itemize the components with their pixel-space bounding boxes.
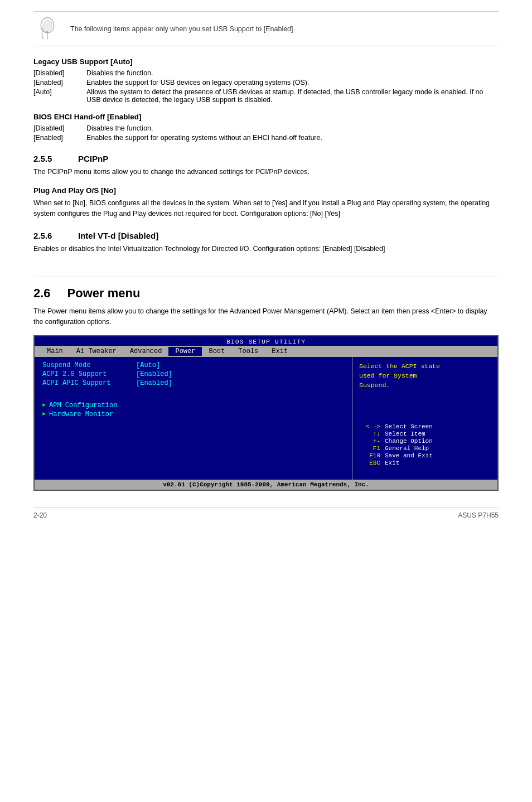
bios-key-plusminus: +-: [359, 438, 380, 445]
bios-left-panel: Suspend Mode [Auto] ACPI 2.0 Support [En…: [35, 357, 352, 480]
bios-submenu-apm-label: APM Configuration: [49, 402, 117, 409]
bios-key-general-help: General Help: [385, 445, 429, 452]
bios-value-acpi-apic: [Enabled]: [136, 379, 172, 387]
bios-key-esc: ESC: [359, 460, 380, 466]
bios-key-row: F10 Save and Exit: [359, 452, 491, 459]
section-255-title: PCIPnP: [78, 154, 108, 163]
term-auto-1: [Auto]: [33, 88, 86, 104]
bios-label-acpi-20: ACPI 2.0 Support: [42, 370, 132, 378]
arrow-icon: ►: [42, 402, 46, 408]
bios-submenu-apm[interactable]: ► APM Configuration: [42, 402, 344, 409]
bios-item-acpi-apic[interactable]: ACPI APIC Support [Enabled]: [42, 379, 344, 387]
note-box: The following items appear only when you…: [33, 11, 499, 46]
desc-disabled-1: Disables the function.: [86, 69, 499, 77]
bios-key-exit: Exit: [385, 460, 399, 466]
bios-footer: v02.61 (C)Copyright 1985-2009, American …: [35, 480, 497, 490]
divider: [33, 277, 499, 277]
section-255-desc: The PCIPnP menu items allow you to chang…: [33, 167, 499, 177]
section-26-title: Power menu: [67, 286, 141, 301]
bios-screen: BIOS SETUP UTILITY Main Ai Tweaker Advan…: [33, 335, 499, 491]
bios-menu-power[interactable]: Power: [168, 347, 202, 356]
bios-key-row: <--> Select Screen: [359, 423, 491, 430]
page-number: 2-20: [33, 511, 47, 519]
bios-value-acpi-20: [Enabled]: [136, 370, 172, 378]
bios-title-bar: BIOS SETUP UTILITY: [35, 336, 497, 346]
bios-item-acpi-20[interactable]: ACPI 2.0 Support [Enabled]: [42, 370, 344, 378]
section-26-num: 2.6: [33, 286, 51, 301]
list-item: [Disabled] Disables the function.: [33, 124, 499, 132]
bios-label-suspend-mode: Suspend Mode: [42, 361, 132, 369]
bios-help-text: Select the ACPI stateused for SystemSusp…: [359, 361, 491, 390]
bios-key-f10: F10: [359, 452, 380, 459]
bios-key-save-exit: Save and Exit: [385, 452, 433, 459]
bios-menu-tools[interactable]: Tools: [231, 347, 265, 356]
bios-menu-bar: Main Ai Tweaker Advanced Power Boot Tool…: [35, 346, 497, 357]
desc-enabled-1: Enables the support for USB devices on l…: [86, 79, 499, 86]
bios-body: Suspend Mode [Auto] ACPI 2.0 Support [En…: [35, 357, 497, 480]
bios-key-row: +- Change Option: [359, 438, 491, 445]
list-item: [Enabled] Enables the support for USB de…: [33, 79, 499, 86]
list-item: [Auto] Allows the system to detect the p…: [33, 88, 499, 104]
page-footer: 2-20 ASUS P7H55: [33, 508, 499, 519]
bios-item-suspend-mode[interactable]: Suspend Mode [Auto]: [42, 361, 344, 369]
bios-menu-advanced[interactable]: Advanced: [123, 347, 169, 356]
desc-auto-1: Allows the system to detect the presence…: [86, 88, 499, 104]
bios-key-row: F1 General Help: [359, 445, 491, 452]
bios-key-updown: ↑↓: [359, 431, 380, 437]
section-256-desc: Enables or disables the Intel Virtualiza…: [33, 244, 499, 254]
section-256-num: 2.5.6: [33, 231, 67, 240]
bios-ehci-title: BIOS EHCI Hand-off [Enabled]: [33, 113, 499, 121]
bios-key-select-item: Select Item: [385, 431, 425, 437]
bios-separator: [42, 390, 344, 398]
desc-disabled-2: Disables the function.: [86, 124, 499, 132]
bios-menu-boot[interactable]: Boot: [202, 347, 231, 356]
section-255-num: 2.5.5: [33, 154, 67, 163]
arrow-icon: ►: [42, 411, 46, 417]
bios-submenu-hardware-monitor[interactable]: ► Hardware Monitor: [42, 410, 344, 418]
section-255: 2.5.5 PCIPnP: [33, 154, 499, 163]
bios-key-row: ↑↓ Select Item: [359, 431, 491, 437]
plug-and-play-title: Plug And Play O/S [No]: [33, 186, 499, 195]
list-item: [Disabled] Disables the function.: [33, 69, 499, 77]
bios-key-change-option: Change Option: [385, 438, 433, 445]
list-item: [Enabled] Enables the support for operat…: [33, 134, 499, 142]
section-26-heading: 2.6 Power menu: [33, 286, 499, 301]
term-disabled-1: [Disabled]: [33, 69, 86, 77]
bios-submenu-hw-label: Hardware Monitor: [49, 410, 113, 418]
bios-label-acpi-apic: ACPI APIC Support: [42, 379, 132, 387]
product-name: ASUS P7H55: [458, 511, 499, 519]
section-26-desc: The Power menu items allow you to change…: [33, 306, 499, 327]
note-icon: [33, 16, 61, 41]
plug-and-play-desc: When set to [No], BIOS configures all th…: [33, 198, 499, 219]
desc-enabled-2: Enables the support for operating system…: [86, 134, 499, 142]
bios-right-panel: Select the ACPI stateused for SystemSusp…: [352, 357, 497, 480]
bios-menu-main[interactable]: Main: [40, 347, 70, 356]
bios-key-arrow: <-->: [359, 423, 380, 430]
note-text: The following items appear only when you…: [70, 25, 295, 33]
term-enabled-2: [Enabled]: [33, 134, 86, 142]
term-enabled-1: [Enabled]: [33, 79, 86, 86]
bios-ehci-list: [Disabled] Disables the function. [Enabl…: [33, 124, 499, 142]
section-256-title: Intel VT-d [Disabled]: [78, 231, 158, 240]
bios-menu-exit[interactable]: Exit: [265, 347, 294, 356]
section-256: 2.5.6 Intel VT-d [Disabled]: [33, 231, 499, 240]
bios-key-select-screen: Select Screen: [385, 423, 433, 430]
bios-value-suspend-mode: [Auto]: [136, 361, 160, 369]
term-disabled-2: [Disabled]: [33, 124, 86, 132]
bios-key-row: ESC Exit: [359, 460, 491, 466]
bios-key-f1: F1: [359, 445, 380, 452]
bios-key-table: <--> Select Screen ↑↓ Select Item +- Cha…: [359, 423, 491, 466]
bios-menu-ai-tweaker[interactable]: Ai Tweaker: [70, 347, 123, 356]
section-26: 2.6 Power menu The Power menu items allo…: [33, 277, 499, 327]
legacy-usb-list: [Disabled] Disables the function. [Enabl…: [33, 69, 499, 104]
legacy-usb-title: Legacy USB Support [Auto]: [33, 57, 499, 66]
